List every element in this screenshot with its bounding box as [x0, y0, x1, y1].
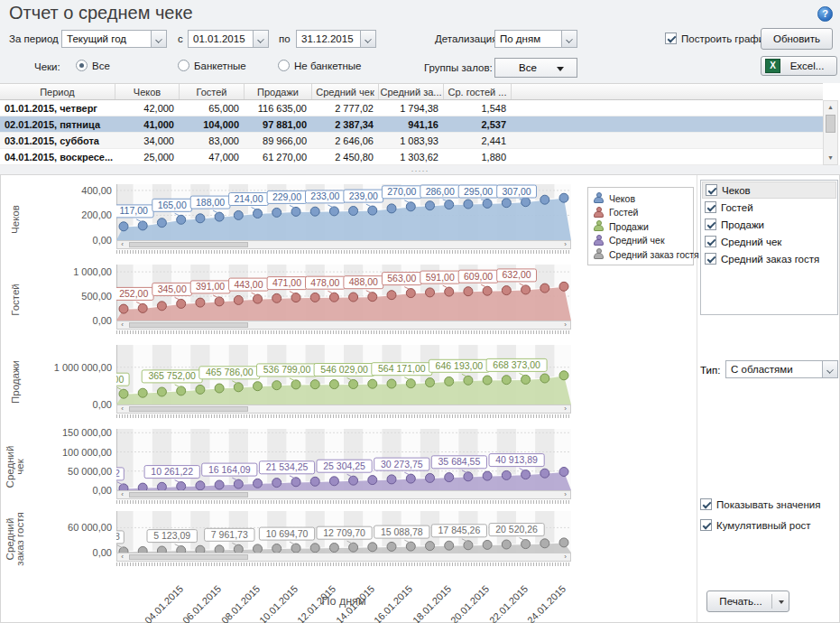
checkbox-icon[interactable]: [700, 498, 712, 510]
checkbox-icon[interactable]: [705, 201, 716, 213]
checkbox-icon[interactable]: [706, 184, 717, 196]
legend-item: Средний чек: [593, 234, 690, 248]
detail-select[interactable]: По дням: [494, 30, 577, 48]
column-header[interactable]: Средний за...: [379, 84, 444, 99]
radio-icon[interactable]: [278, 60, 290, 71]
refresh-button[interactable]: Обновить: [761, 28, 833, 50]
table-cell: 116 635,00: [245, 100, 312, 116]
column-header[interactable]: Чеков: [115, 84, 180, 99]
scroll-left-icon[interactable]: ‹: [117, 491, 127, 498]
column-header[interactable]: Продажи: [245, 84, 312, 99]
build-chart-checkbox[interactable]: Построить график: [665, 33, 769, 44]
scroll-down-icon[interactable]: ▼: [824, 152, 837, 164]
chart-horizontal-scrollbar[interactable]: ‹›: [116, 240, 571, 249]
table-cell: 1 083,93: [379, 133, 444, 148]
chevron-down-icon[interactable]: [253, 31, 268, 47]
scroll-right-icon[interactable]: ›: [560, 241, 570, 248]
chevron-down-icon[interactable]: [360, 31, 375, 47]
scroll-left-icon[interactable]: ‹: [117, 405, 127, 413]
dropdown-arrow-icon[interactable]: [779, 600, 784, 604]
radio-non-banquet-checks[interactable]: Не банкетные: [278, 60, 361, 71]
chevron-down-icon[interactable]: [822, 361, 837, 377]
radio-all-checks[interactable]: Все: [76, 60, 110, 71]
radio-banquet-checks[interactable]: Банкетные: [178, 60, 246, 71]
scroll-up-icon[interactable]: ▲: [824, 101, 837, 114]
y-tick-label: 0,00: [93, 485, 112, 496]
table-vertical-scrollbar[interactable]: ▲ ▼: [823, 100, 838, 165]
print-button[interactable]: Печать...: [706, 590, 789, 612]
table-row[interactable]: 01.01.2015, четверг42,00065,000116 635,0…: [0, 100, 823, 116]
column-header[interactable]: Период: [0, 84, 115, 99]
table-cell: 1 794,38: [379, 100, 444, 116]
date-to-field[interactable]: 31.12.2015: [296, 30, 376, 48]
chart-axis-title: Средний заказ гостя: [5, 511, 25, 567]
splitter-handle[interactable]: ·····: [0, 165, 840, 174]
cumulative-growth-checkbox[interactable]: Кумулятивный рост: [700, 519, 811, 531]
chevron-down-icon[interactable]: [561, 31, 577, 47]
excel-button[interactable]: X Excel...: [761, 56, 837, 76]
y-tick-label: 500,00: [81, 291, 112, 302]
scroll-right-icon[interactable]: ›: [560, 405, 570, 413]
series-checkbox-item[interactable]: Чеков: [702, 181, 836, 199]
scroll-left-icon[interactable]: ‹: [117, 553, 127, 561]
series-checkbox-item[interactable]: Гостей: [702, 199, 836, 216]
scrollbar-thumb[interactable]: [129, 322, 248, 328]
series-checkbox-item[interactable]: Продажи: [702, 216, 836, 233]
chart-type-row: Тип:: [700, 361, 720, 379]
series-checkbox-item[interactable]: Средний заказ гостя: [702, 250, 836, 267]
scroll-right-icon[interactable]: ›: [560, 491, 570, 498]
table-cell: 104,000: [180, 116, 245, 132]
chart-horizontal-scrollbar[interactable]: ‹›: [116, 490, 571, 499]
svg-text:564 171,00: 564 171,00: [378, 363, 426, 374]
button-separator: [771, 594, 772, 609]
checkbox-icon[interactable]: [705, 253, 716, 265]
date-from-field[interactable]: 01.01.2015: [188, 30, 269, 48]
column-header[interactable]: Ср. гостей ...: [444, 84, 512, 99]
x-axis-minor-ticks: [116, 250, 571, 254]
chart-type-select[interactable]: С областями: [725, 360, 838, 378]
table-row[interactable]: 04.01.2015, воскресе...25,00047,00061 27…: [0, 149, 823, 165]
scroll-left-icon[interactable]: ‹: [117, 321, 127, 329]
period-select[interactable]: Текущий год: [61, 30, 167, 48]
scroll-right-icon[interactable]: ›: [560, 553, 570, 561]
chart-horizontal-scrollbar[interactable]: ‹›: [116, 321, 571, 330]
scrollbar-thumb[interactable]: [129, 554, 248, 560]
checkbox-icon[interactable]: [700, 519, 712, 531]
chart-plot-Средний чек: 0210 261,2216 164,0921 534,2525 304,2530…: [116, 429, 571, 490]
radio-icon[interactable]: [76, 60, 88, 71]
svg-text:591,00: 591,00: [426, 272, 455, 283]
x-axis-minor-ticks: [116, 500, 571, 504]
scrollbar-thumb[interactable]: [129, 492, 248, 497]
scrollbar-thumb[interactable]: [129, 242, 248, 247]
checkbox-icon[interactable]: [665, 33, 677, 44]
scrollbar-thumb[interactable]: [826, 115, 835, 133]
table-cell: 04.01.2015, воскресе...: [0, 149, 115, 164]
table-row[interactable]: 02.01.2015, пятница41,000104,00097 881,0…: [0, 116, 823, 133]
chevron-down-icon[interactable]: [151, 31, 166, 47]
chart-horizontal-scrollbar[interactable]: ‹›: [116, 553, 571, 562]
chart-horizontal-scrollbar[interactable]: ‹›: [116, 404, 571, 414]
checkbox-icon[interactable]: [705, 236, 716, 247]
help-icon[interactable]: ?: [817, 6, 833, 22]
chart-row-4: Средний чек150 000,00100 000,0050 000,00…: [1, 429, 583, 504]
excel-icon: X: [765, 59, 780, 73]
svg-text:20 520,26: 20 520,26: [495, 524, 538, 535]
table-cell: 03.01.2015, суббота: [0, 133, 115, 148]
hall-groups-dropdown[interactable]: Все: [494, 58, 577, 78]
checkbox-icon[interactable]: [705, 219, 716, 230]
y-tick-label: 60 000,00: [68, 522, 112, 533]
x-axis-minor-ticks: [116, 330, 571, 334]
scroll-right-icon[interactable]: ›: [560, 321, 570, 329]
scroll-left-icon[interactable]: ‹: [117, 241, 127, 248]
column-header[interactable]: Средний чек: [312, 84, 379, 99]
show-values-checkbox[interactable]: Показывать значения: [700, 498, 820, 510]
scrollbar-thumb[interactable]: [129, 406, 248, 412]
radio-icon[interactable]: [178, 60, 189, 71]
column-header[interactable]: Гостей: [180, 84, 245, 99]
svg-text:02: 02: [116, 468, 120, 479]
series-checkbox-item[interactable]: Средний чек: [702, 233, 836, 250]
chart-plot-Гостей: 252,00345,00391,00443,00471,00478,00488,…: [116, 265, 571, 321]
svg-text:10 261,22: 10 261,22: [151, 466, 193, 477]
table-row[interactable]: 03.01.2015, суббота34,00083,00089 966,00…: [0, 133, 823, 149]
table-cell: 65,000: [180, 100, 245, 116]
